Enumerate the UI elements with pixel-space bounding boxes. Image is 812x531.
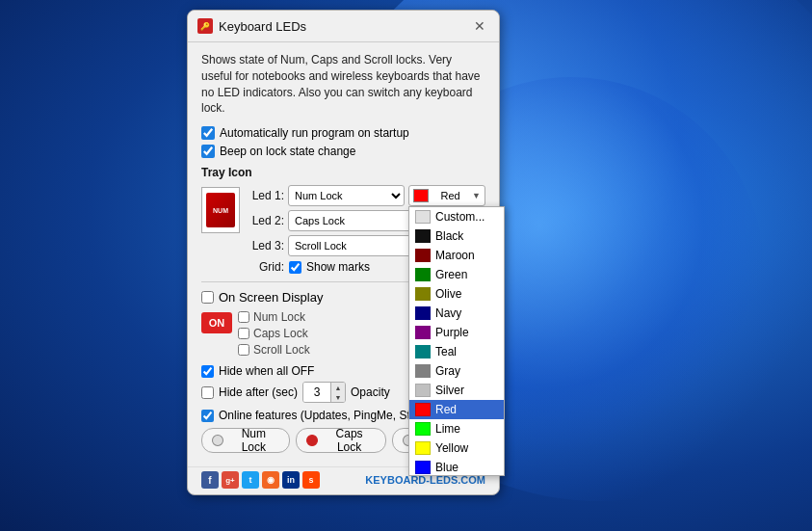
osd-num-lock-checkbox[interactable] bbox=[238, 311, 249, 323]
auto-run-row: Automatically run program on startup bbox=[201, 126, 485, 140]
color-option-yellow[interactable]: Yellow bbox=[409, 438, 504, 458]
rss-icon[interactable]: ◉ bbox=[262, 471, 279, 489]
color-label-olive: Olive bbox=[435, 287, 461, 301]
auto-run-label: Automatically run program on startup bbox=[220, 126, 409, 140]
led1-color-label: Red bbox=[440, 190, 459, 201]
twitter-icon[interactable]: t bbox=[242, 471, 259, 489]
delicious-icon[interactable]: in bbox=[282, 471, 300, 489]
color-option-red[interactable]: Red bbox=[409, 400, 504, 419]
color-option-olive[interactable]: Olive bbox=[409, 284, 504, 304]
osd-checkbox[interactable] bbox=[201, 291, 214, 304]
window-content: Shows state of Num, Caps and Scroll lock… bbox=[188, 42, 499, 466]
stumbleupon-icon[interactable]: s bbox=[302, 471, 320, 489]
tray-section: NUM Led 1: Num Lock Caps Lock Scroll Loc… bbox=[201, 185, 485, 274]
app-icon: 🔑 bbox=[197, 18, 213, 34]
osd-scroll-lock-label: Scroll Lock bbox=[253, 343, 310, 357]
social-icons: f g+ t ◉ in s bbox=[201, 471, 320, 489]
color-label-green: Green bbox=[435, 268, 467, 281]
auto-run-checkbox[interactable] bbox=[201, 126, 215, 140]
color-label-yellow: Yellow bbox=[435, 441, 468, 455]
titlebar: 🔑 Keyboard LEDs ✕ bbox=[188, 11, 499, 42]
color-label-gray: Gray bbox=[435, 364, 460, 378]
hide-after-label: Hide after (sec) bbox=[219, 385, 298, 399]
osd-caps-lock-label: Caps Lock bbox=[253, 327, 308, 340]
hide-after-spinner: ▲ ▼ bbox=[302, 382, 346, 403]
num-lock-button[interactable]: Num Lock bbox=[201, 428, 290, 453]
tray-icon-preview: NUM bbox=[201, 187, 240, 233]
color-swatch-yellow bbox=[415, 441, 431, 455]
color-swatch-maroon bbox=[415, 249, 431, 262]
color-label-navy: Navy bbox=[435, 306, 461, 320]
beep-label: Beep on lock state change bbox=[220, 145, 355, 158]
color-swatch-black bbox=[415, 229, 431, 243]
led1-select[interactable]: Num Lock Caps Lock Scroll Lock bbox=[288, 185, 405, 206]
hide-after-value[interactable] bbox=[303, 383, 330, 402]
color-label-custom...: Custom... bbox=[435, 210, 485, 224]
osd-caps-lock-checkbox[interactable] bbox=[238, 328, 249, 339]
color-swatch-lime bbox=[415, 422, 431, 436]
color-option-maroon[interactable]: Maroon bbox=[409, 246, 504, 265]
color-option-silver[interactable]: Silver bbox=[409, 381, 504, 400]
color-label-teal: Teal bbox=[435, 345, 457, 358]
opacity-label: Opacity bbox=[351, 385, 390, 399]
color-option-blue[interactable]: Blue bbox=[409, 458, 504, 476]
color-option-navy[interactable]: Navy bbox=[409, 304, 504, 323]
caps-lock-btn-label: Caps Lock bbox=[323, 427, 377, 454]
color-swatch-teal bbox=[415, 345, 431, 358]
color-swatch-silver bbox=[415, 384, 431, 397]
led1-label: Led 1: bbox=[248, 189, 284, 202]
hide-when-off-label: Hide when all OFF bbox=[219, 364, 314, 378]
spinner-up[interactable]: ▲ bbox=[331, 383, 345, 392]
led2-label: Led 2: bbox=[248, 214, 284, 227]
osd-label: On Screen Display bbox=[219, 290, 323, 305]
color-swatch-blue bbox=[415, 461, 431, 474]
color-swatch-purple bbox=[415, 326, 431, 339]
led1-dropdown-arrow: ▼ bbox=[472, 191, 481, 200]
googleplus-icon[interactable]: g+ bbox=[222, 471, 239, 489]
color-label-lime: Lime bbox=[435, 422, 460, 436]
app-description: Shows state of Num, Caps and Scroll lock… bbox=[201, 52, 485, 117]
grid-checkbox-label: Show marks bbox=[306, 260, 370, 274]
color-label-blue: Blue bbox=[435, 461, 458, 474]
facebook-icon[interactable]: f bbox=[201, 471, 219, 489]
color-label-black: Black bbox=[435, 229, 463, 243]
grid-label: Grid: bbox=[248, 260, 284, 274]
caps-lock-button[interactable]: Caps Lock bbox=[296, 428, 387, 453]
led3-label: Led 3: bbox=[248, 239, 284, 252]
grid-checkbox[interactable] bbox=[289, 261, 301, 274]
tray-icon-inner: NUM bbox=[206, 193, 235, 227]
hide-after-checkbox[interactable] bbox=[201, 386, 214, 399]
led-rows: Led 1: Num Lock Caps Lock Scroll Lock Re… bbox=[248, 185, 485, 274]
osd-num-lock-label: Num Lock bbox=[253, 310, 305, 324]
osd-scroll-lock-checkbox[interactable] bbox=[238, 344, 249, 356]
spinner-down[interactable]: ▼ bbox=[331, 392, 345, 402]
beep-row: Beep on lock state change bbox=[201, 145, 485, 158]
tray-icon-label: Tray Icon bbox=[201, 166, 485, 179]
color-option-custom---[interactable]: Custom... bbox=[409, 207, 504, 226]
color-option-green[interactable]: Green bbox=[409, 265, 504, 284]
color-swatch-red bbox=[415, 403, 431, 416]
num-lock-btn-label: Num Lock bbox=[228, 427, 279, 454]
color-swatch-navy bbox=[415, 306, 431, 320]
color-swatch-green bbox=[415, 268, 431, 281]
color-option-teal[interactable]: Teal bbox=[409, 342, 504, 361]
color-dropdown[interactable]: Custom...BlackMaroonGreenOliveNavyPurple… bbox=[408, 206, 505, 476]
caps-lock-indicator bbox=[306, 435, 318, 446]
beep-checkbox[interactable] bbox=[201, 145, 215, 158]
color-option-purple[interactable]: Purple bbox=[409, 323, 504, 342]
color-option-black[interactable]: Black bbox=[409, 226, 504, 246]
color-swatch-olive bbox=[415, 287, 431, 301]
led1-color-swatch bbox=[413, 189, 429, 202]
color-option-gray[interactable]: Gray bbox=[409, 361, 504, 381]
color-swatch-gray bbox=[415, 364, 431, 378]
on-badge: ON bbox=[201, 312, 232, 333]
led1-color-btn[interactable]: Red ▼ bbox=[408, 185, 485, 206]
spinner-buttons: ▲ ▼ bbox=[330, 383, 345, 402]
color-label-purple: Purple bbox=[435, 326, 469, 339]
color-option-lime[interactable]: Lime bbox=[409, 419, 504, 438]
color-label-red: Red bbox=[435, 403, 457, 416]
close-button[interactable]: ✕ bbox=[470, 16, 489, 36]
led1-row: Led 1: Num Lock Caps Lock Scroll Lock Re… bbox=[248, 185, 485, 206]
online-features-checkbox[interactable] bbox=[201, 410, 214, 422]
hide-when-off-checkbox[interactable] bbox=[201, 365, 214, 378]
